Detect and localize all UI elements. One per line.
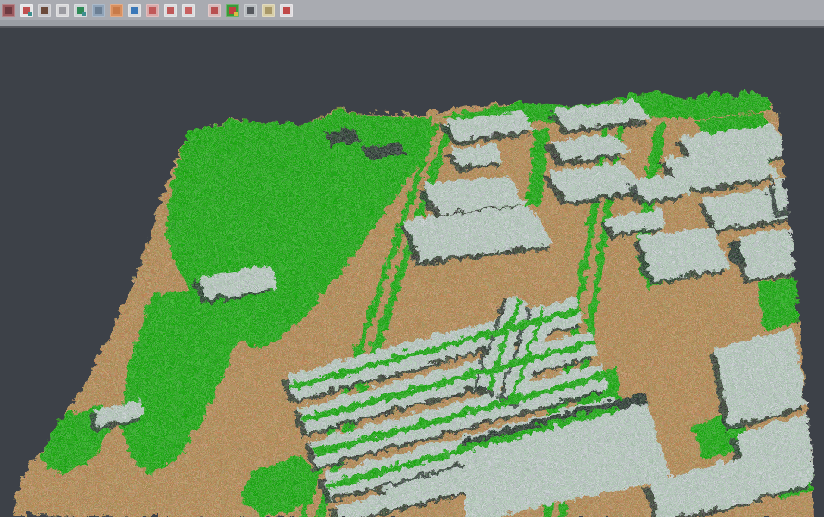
orthoimage-icon-glyph (113, 7, 120, 14)
point-cloud-icon-glyph (5, 7, 12, 14)
globe-icon-glyph (131, 7, 138, 14)
selection-icon-glyph (185, 7, 192, 14)
elevation-icon[interactable] (74, 4, 87, 17)
grid-icon-glyph (59, 7, 66, 14)
grid-icon[interactable] (56, 4, 69, 17)
classification-raster-icon-glyph2 (234, 12, 238, 16)
tiles-icon-glyph (211, 7, 218, 14)
layers-icon[interactable] (146, 4, 159, 17)
noise-overlay-dark (0, 28, 824, 517)
classify-icon-glyph2 (28, 12, 32, 16)
terrain-icon-glyph (41, 7, 48, 14)
tiles-icon[interactable] (208, 4, 221, 17)
classify-icon[interactable] (20, 4, 33, 17)
selection-icon[interactable] (182, 4, 195, 17)
target-icon[interactable] (164, 4, 177, 17)
point-cloud-model (0, 28, 824, 517)
settings-icon[interactable] (244, 4, 257, 17)
main-toolbar (0, 0, 824, 20)
globe-icon[interactable] (128, 4, 141, 17)
profile-icon-glyph (95, 7, 102, 14)
measure-icon[interactable] (262, 4, 275, 17)
orthoimage-icon[interactable] (110, 4, 123, 17)
3d-viewport[interactable] (0, 28, 824, 517)
flag-icon-glyph (283, 7, 290, 14)
application-window: { "toolbar": { "icons": [ {"name": "poin… (0, 0, 824, 517)
viewport-canvas[interactable] (0, 28, 824, 517)
classification-raster-icon[interactable] (226, 4, 239, 17)
target-icon-glyph (167, 7, 174, 14)
terrain-icon[interactable] (38, 4, 51, 17)
flag-icon[interactable] (280, 4, 293, 17)
point-cloud-icon[interactable] (2, 4, 15, 17)
layers-icon-glyph (149, 7, 156, 14)
elevation-icon-glyph2 (82, 12, 86, 16)
settings-icon-glyph (247, 7, 254, 14)
measure-icon-glyph (265, 7, 272, 14)
profile-icon[interactable] (92, 4, 105, 17)
